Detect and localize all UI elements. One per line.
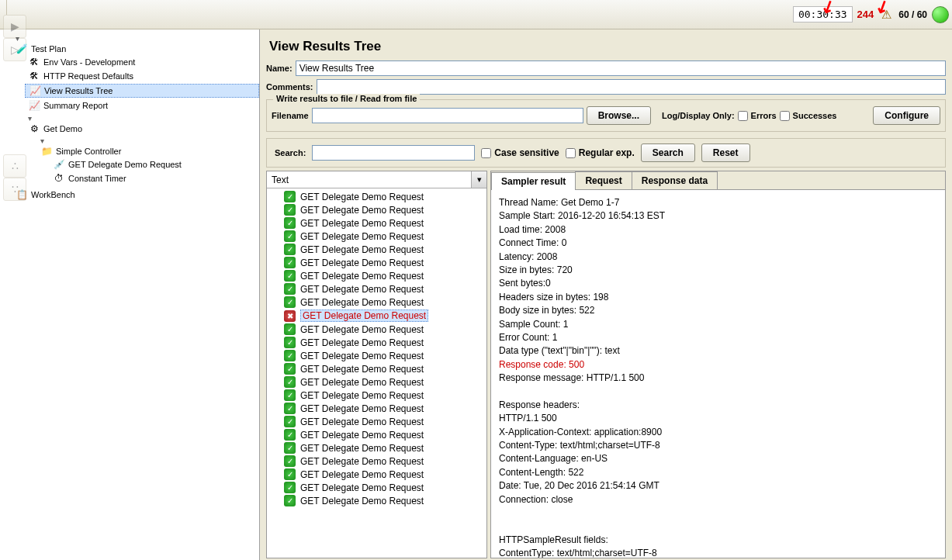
- error-count: 244: [857, 9, 874, 20]
- configure-button[interactable]: Configure: [873, 106, 940, 125]
- result-item[interactable]: ✓GET Delegate Demo Request: [267, 455, 486, 468]
- result-item-label: GET Delegate Demo Request: [300, 337, 424, 348]
- result-item[interactable]: ✓GET Delegate Demo Request: [267, 468, 486, 481]
- tab-response-data[interactable]: Response data: [632, 171, 718, 189]
- result-item-label: GET Delegate Demo Request: [300, 364, 424, 375]
- result-item[interactable]: ✓GET Delegate Demo Request: [267, 481, 486, 494]
- success-shield-icon: ✓: [284, 416, 296, 427]
- result-item-label: GET Delegate Demo Request: [300, 244, 424, 255]
- error-shield-icon: ✖: [284, 310, 296, 322]
- result-item-label: GET Delegate Demo Request: [300, 496, 424, 506]
- tree-get-demo[interactable]: ⚙Get Demo: [25, 123, 259, 135]
- checkbox-label: Regular exp.: [579, 147, 635, 158]
- tree-toggle-icon[interactable]: ▾: [37, 137, 47, 145]
- result-item-label: GET Delegate Demo Request: [300, 218, 424, 229]
- result-item[interactable]: ✓GET Delegate Demo Request: [267, 428, 486, 441]
- success-shield-icon: ✓: [284, 270, 296, 282]
- tab-sampler-result[interactable]: Sampler result: [491, 172, 576, 190]
- success-shield-icon: ✓: [284, 217, 296, 229]
- result-item[interactable]: ✓GET Delegate Demo Request: [267, 216, 486, 230]
- result-item-label: GET Delegate Demo Request: [300, 377, 424, 388]
- tree-toggle-icon[interactable]: ▾: [25, 114, 34, 123]
- result-item-label: GET Delegate Demo Request: [300, 469, 424, 480]
- toolbar-separator: [6, 0, 12, 15]
- result-item[interactable]: ✓GET Delegate Demo Request: [267, 256, 486, 269]
- file-fieldset: Write results to file / Read from file F…: [266, 99, 946, 132]
- search-button[interactable]: Search: [641, 143, 695, 162]
- tree-workbench[interactable]: 📋WorkBench: [12, 188, 259, 201]
- renderer-combo[interactable]: Text ▾: [267, 171, 486, 188]
- tree-constant-timer[interactable]: ⏱Constant Timer: [50, 172, 259, 185]
- result-item-label: GET Delegate Demo Request: [300, 231, 424, 242]
- result-item[interactable]: ✓GET Delegate Demo Request: [267, 494, 486, 507]
- result-item-label: GET Delegate Demo Request: [300, 297, 424, 308]
- tree-label: Summary Report: [43, 101, 108, 110]
- tree-label: Simple Controller: [56, 147, 121, 156]
- result-item[interactable]: ✓GET Delegate Demo Request: [267, 402, 486, 415]
- tab-request[interactable]: Request: [575, 171, 632, 189]
- filename-label: Filename: [272, 111, 309, 120]
- success-shield-icon: ✓: [284, 350, 296, 361]
- result-item[interactable]: ✓GET Delegate Demo Request: [267, 375, 486, 389]
- result-item-label: GET Delegate Demo Request: [300, 271, 424, 282]
- reset-button[interactable]: Reset: [701, 143, 750, 162]
- filename-input[interactable]: [312, 108, 583, 123]
- tree-label: Get Demo: [43, 124, 82, 133]
- elapsed-time: 00:30:33: [793, 6, 853, 22]
- running-indicator-icon: [932, 6, 949, 23]
- result-item[interactable]: ✓GET Delegate Demo Request: [267, 296, 486, 309]
- result-item[interactable]: ✓GET Delegate Demo Request: [267, 203, 486, 216]
- errors-only-checkbox[interactable]: Errors: [738, 111, 777, 121]
- tree-test-plan[interactable]: 🧪 Test Plan: [12, 43, 259, 55]
- result-item-label: GET Delegate Demo Request: [300, 205, 424, 216]
- main-toolbar: 📄🗂📂⨯💾📝↶↷✂⧉📋＋－⇄▶▷⏹⊘▶∴∵🧹🧹🔎🔔≣? 00:30:33 244…: [0, 0, 952, 29]
- case-sensitive-checkbox[interactable]: Case sensitive: [481, 147, 559, 158]
- checkbox-label: Errors: [751, 111, 777, 120]
- pipette-icon: 💉: [53, 158, 65, 171]
- comments-input[interactable]: [317, 79, 946, 95]
- tree-view-results[interactable]: 📈View Results Tree: [25, 84, 259, 98]
- result-item-label: GET Delegate Demo Request: [300, 284, 424, 295]
- result-item-label: GET Delegate Demo Request: [300, 430, 424, 441]
- result-item[interactable]: ✓GET Delegate Demo Request: [267, 349, 486, 362]
- regex-checkbox[interactable]: Regular exp.: [566, 147, 635, 158]
- result-item[interactable]: ✓GET Delegate Demo Request: [267, 441, 486, 455]
- tree-http-defaults[interactable]: 🛠HTTP Request Defaults: [25, 70, 259, 82]
- browse-button[interactable]: Browse...: [587, 106, 651, 125]
- sampler-result-text[interactable]: Thread Name: Get Demo 1-7Sample Start: 2…: [491, 190, 945, 558]
- tree-summary-report[interactable]: 📈Summary Report: [25, 99, 259, 112]
- result-item[interactable]: ✓GET Delegate Demo Request: [267, 323, 486, 336]
- name-input[interactable]: [296, 60, 946, 76]
- result-item[interactable]: ✓GET Delegate Demo Request: [267, 190, 486, 203]
- result-item[interactable]: ✓GET Delegate Demo Request: [267, 282, 486, 296]
- result-item-label: GET Delegate Demo Request: [300, 351, 424, 361]
- test-plan-tree[interactable]: ▾ 🧪 Test Plan 🛠Env Vars - Development 🛠H…: [0, 29, 260, 560]
- checkbox-label: Case sensitive: [494, 147, 559, 158]
- tree-env-vars[interactable]: 🛠Env Vars - Development: [25, 56, 259, 68]
- success-shield-icon: ✓: [284, 376, 296, 388]
- result-item[interactable]: ✖GET Delegate Demo Request: [267, 309, 486, 323]
- search-input[interactable]: [312, 145, 475, 161]
- success-shield-icon: ✓: [284, 455, 296, 467]
- tree-label: Env Vars - Development: [43, 57, 135, 67]
- tree-simple-controller[interactable]: 📁Simple Controller: [37, 145, 259, 157]
- result-item[interactable]: ✓GET Delegate Demo Request: [267, 269, 486, 282]
- result-list[interactable]: ✓GET Delegate Demo Request✓GET Delegate …: [267, 188, 486, 558]
- tree-toggle-icon[interactable]: ▾: [12, 34, 22, 43]
- clock-icon: ⏱: [53, 172, 65, 185]
- result-item[interactable]: ✓GET Delegate Demo Request: [267, 336, 486, 349]
- successes-only-checkbox[interactable]: Successes: [780, 111, 837, 121]
- tree-get-request[interactable]: 💉GET Delegate Demo Request: [50, 158, 259, 171]
- success-shield-icon: ✓: [284, 363, 296, 375]
- result-item[interactable]: ✓GET Delegate Demo Request: [267, 230, 486, 243]
- success-shield-icon: ✓: [284, 337, 296, 348]
- success-shield-icon: ✓: [284, 283, 296, 295]
- warning-icon[interactable]: ⚠: [878, 7, 894, 22]
- result-item[interactable]: ✓GET Delegate Demo Request: [267, 389, 486, 402]
- name-label: Name:: [266, 64, 293, 73]
- checkbox-label: Successes: [793, 111, 837, 120]
- result-item[interactable]: ✓GET Delegate Demo Request: [267, 362, 486, 375]
- result-item[interactable]: ✓GET Delegate Demo Request: [267, 243, 486, 256]
- result-item-label: GET Delegate Demo Request: [300, 324, 424, 335]
- result-item[interactable]: ✓GET Delegate Demo Request: [267, 415, 486, 428]
